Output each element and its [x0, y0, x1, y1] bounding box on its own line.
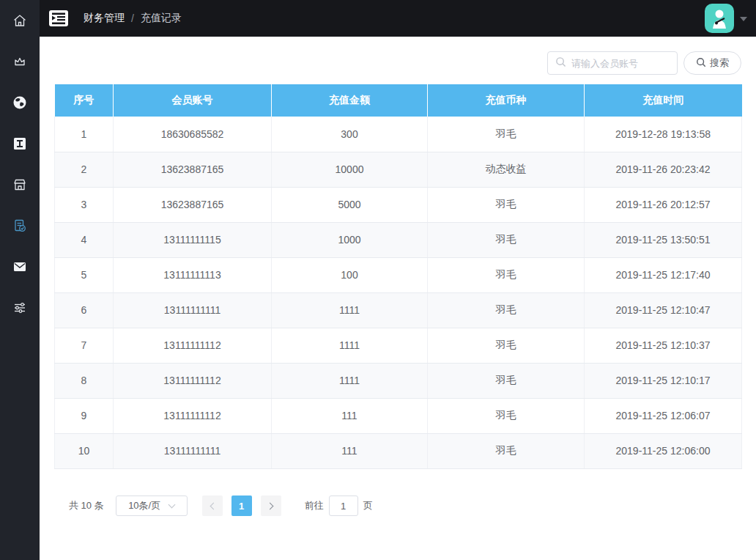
- table-cell: 5000: [272, 187, 428, 222]
- breadcrumb-item-recharge: 充值记录: [141, 12, 182, 25]
- table-row: 7131111111121111羽毛2019-11-25 12:10:37: [55, 328, 742, 363]
- table-cell: 10: [55, 433, 114, 468]
- shop-icon: [12, 177, 28, 193]
- breadcrumb-item-finance[interactable]: 财务管理: [84, 12, 125, 25]
- table-cell: 羽毛: [428, 328, 585, 363]
- table-cell: 羽毛: [428, 433, 585, 468]
- table-row: 3136238871655000羽毛2019-11-26 20:12:57: [55, 187, 742, 222]
- sidebar-item-globe[interactable]: [0, 82, 40, 123]
- search-button-icon: [696, 57, 706, 70]
- sidebar-item-settings[interactable]: [0, 287, 40, 328]
- search-button-label: 搜索: [710, 56, 729, 70]
- sidebar-item-info[interactable]: [0, 123, 40, 164]
- table-cell: 7: [55, 328, 114, 363]
- table-row: 118630685582300羽毛2019-12-28 19:13:58: [55, 117, 742, 152]
- table-cell: 2019-11-25 12:10:47: [585, 292, 742, 328]
- table-cell: 5: [55, 257, 114, 292]
- table-cell: 1: [55, 117, 114, 152]
- search-input[interactable]: [571, 58, 700, 69]
- search-button[interactable]: 搜索: [683, 51, 741, 75]
- table-row: 21362388716510000动态收益2019-11-26 20:23:42: [55, 152, 742, 187]
- total-count-label: 共 10 条: [69, 499, 104, 512]
- table-cell: 6: [55, 292, 114, 328]
- search-box: [547, 51, 678, 75]
- column-header: 充值币种: [428, 84, 585, 117]
- search-icon: [555, 56, 566, 70]
- table-cell: 2019-12-28 19:13:58: [585, 117, 742, 152]
- table-cell: 13111111112: [114, 398, 272, 433]
- table-cell: 2019-11-25 12:10:17: [585, 363, 742, 398]
- column-header: 充值时间: [585, 84, 742, 117]
- table-cell: 13111111115: [114, 222, 272, 257]
- table-cell: 13623887165: [114, 187, 272, 222]
- table-cell: 111: [272, 398, 428, 433]
- table-cell: 18630685582: [114, 117, 272, 152]
- avatar[interactable]: [705, 4, 734, 33]
- table-cell: 10000: [272, 152, 428, 187]
- table-cell: 13111111112: [114, 363, 272, 398]
- goto-suffix-label: 页: [363, 499, 373, 512]
- table-row: 1013111111111111羽毛2019-11-25 12:06:00: [55, 433, 742, 468]
- caret-down-icon[interactable]: [740, 17, 747, 21]
- document-check-icon: [12, 218, 28, 234]
- next-page-button[interactable]: [261, 495, 281, 516]
- chevron-left-icon: [210, 502, 217, 509]
- table-cell: 100: [272, 257, 428, 292]
- crown-icon: [12, 54, 28, 70]
- breadcrumb: 财务管理 / 充值记录: [84, 12, 182, 25]
- column-header: 充值金额: [272, 84, 428, 117]
- table-cell: 1111: [272, 292, 428, 328]
- column-header: 会员账号: [114, 84, 272, 117]
- table-cell: 1111: [272, 328, 428, 363]
- chevron-down-icon: [168, 501, 176, 508]
- table-cell: 2019-11-26 20:23:42: [585, 152, 742, 187]
- table-cell: 300: [272, 117, 428, 152]
- table-cell: 2: [55, 152, 114, 187]
- recharge-table: 序号会员账号充值金额充值币种充值时间 118630685582300羽毛2019…: [54, 84, 741, 469]
- table-row: 513111111113100羽毛2019-11-25 12:17:40: [55, 257, 742, 292]
- goto-page-input[interactable]: [329, 495, 358, 516]
- prev-page-button[interactable]: [202, 495, 223, 516]
- table-cell: 羽毛: [428, 257, 585, 292]
- table-cell: 13111111112: [114, 328, 272, 363]
- sidebar-item-mail[interactable]: [0, 246, 40, 287]
- goto-label: 前往: [305, 499, 324, 512]
- table-cell: 羽毛: [428, 187, 585, 222]
- table-cell: 13111111111: [114, 292, 272, 328]
- column-header: 序号: [55, 84, 114, 117]
- table-cell: 1000: [272, 222, 428, 257]
- table-cell: 羽毛: [428, 363, 585, 398]
- table-cell: 3: [55, 187, 114, 222]
- table-cell: 2019-11-26 20:12:57: [585, 187, 742, 222]
- table-cell: 13111111111: [114, 433, 272, 468]
- breadcrumb-separator: /: [131, 12, 134, 24]
- sidebar-item-shop[interactable]: [0, 164, 40, 205]
- sidebar: [0, 0, 40, 560]
- table-row: 913111111112111羽毛2019-11-25 12:06:07: [55, 398, 742, 433]
- collapse-menu-icon[interactable]: [48, 10, 69, 27]
- table-cell: 羽毛: [428, 222, 585, 257]
- page-size-value: 10条/页: [128, 499, 160, 512]
- table-cell: 1111: [272, 363, 428, 398]
- page-size-select[interactable]: 10条/页: [116, 495, 188, 516]
- page-number-1[interactable]: 1: [231, 495, 252, 516]
- topbar: 财务管理 / 充值记录: [40, 0, 756, 37]
- table-cell: 2019-11-25 12:06:07: [585, 398, 742, 433]
- sidebar-item-home[interactable]: [0, 0, 40, 41]
- table-row: 6131111111111111羽毛2019-11-25 12:10:47: [55, 292, 742, 328]
- table-cell: 111: [272, 433, 428, 468]
- table-cell: 13111111113: [114, 257, 272, 292]
- table-header-row: 序号会员账号充值金额充值币种充值时间: [55, 84, 742, 117]
- table-cell: 13623887165: [114, 152, 272, 187]
- table-cell: 动态收益: [428, 152, 585, 187]
- sliders-icon: [12, 300, 28, 316]
- chevron-right-icon: [266, 502, 273, 509]
- table-cell: 9: [55, 398, 114, 433]
- table-cell: 羽毛: [428, 398, 585, 433]
- table-cell: 2019-11-25 12:17:40: [585, 257, 742, 292]
- sidebar-item-finance-active[interactable]: [0, 205, 40, 246]
- letter-i-icon: [12, 136, 28, 152]
- table-cell: 4: [55, 222, 114, 257]
- globe-icon: [12, 95, 28, 111]
- sidebar-item-crown[interactable]: [0, 41, 40, 82]
